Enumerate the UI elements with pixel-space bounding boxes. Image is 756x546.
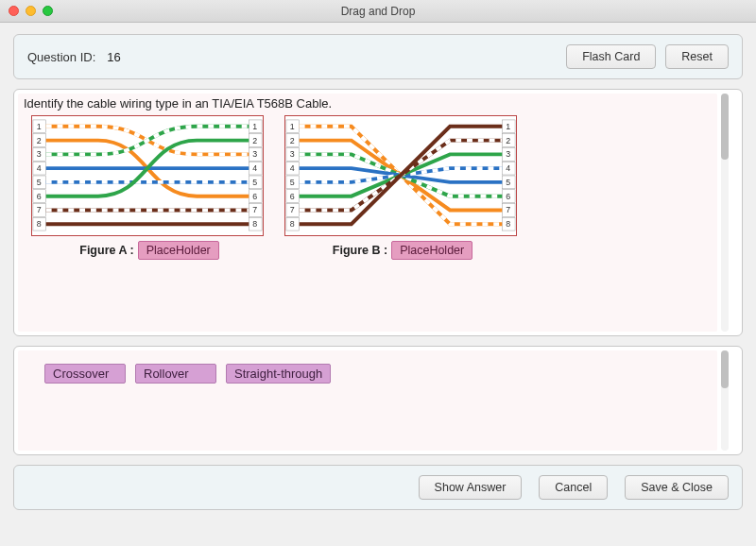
show-answer-button[interactable]: Show Answer: [419, 475, 523, 500]
svg-text:3: 3: [506, 149, 510, 159]
svg-text:6: 6: [37, 192, 42, 201]
choice-straight-through[interactable]: Straight-through: [226, 364, 331, 384]
window-title: Drag and Drop: [341, 5, 416, 18]
answers-area: Crossover Rollover Straight-through: [18, 350, 717, 451]
choice-rollover[interactable]: Rollover: [135, 364, 216, 384]
svg-text:3: 3: [252, 149, 257, 159]
svg-text:5: 5: [290, 178, 295, 187]
svg-text:8: 8: [252, 219, 257, 229]
zoom-icon[interactable]: [43, 6, 53, 16]
svg-text:4: 4: [252, 163, 257, 173]
question-scrollbar-thumb[interactable]: [721, 94, 729, 160]
svg-text:7: 7: [252, 205, 257, 214]
footer-panel: Show Answer Cancel Save & Close: [13, 465, 743, 510]
figures-row: 1 2 3 4 5 6 7 8: [18, 111, 717, 260]
svg-text:3: 3: [290, 149, 295, 159]
figure-b-label-row: Figure B : PlaceHolder: [284, 236, 521, 260]
svg-text:6: 6: [506, 192, 510, 201]
svg-text:2: 2: [290, 136, 295, 145]
header-panel: Question ID: 16 Flash Card Reset: [13, 34, 743, 79]
figure-b-label: Figure B :: [333, 244, 387, 257]
window-body: Question ID: 16 Flash Card Reset Identif…: [0, 23, 756, 546]
svg-text:6: 6: [252, 192, 257, 201]
figure-a-drop-target[interactable]: PlaceHolder: [138, 241, 219, 260]
svg-text:5: 5: [506, 178, 510, 187]
answers-scrollbar-thumb[interactable]: [721, 350, 729, 388]
answers-panel: Crossover Rollover Straight-through: [13, 346, 743, 455]
question-id-label: Question ID:: [27, 50, 95, 64]
figure-b-drop-target[interactable]: PlaceHolder: [391, 241, 472, 260]
svg-text:3: 3: [37, 149, 42, 159]
window-controls: [0, 6, 53, 16]
svg-text:4: 4: [290, 163, 295, 173]
figure-a: 1 2 3 4 5 6 7 8: [31, 115, 267, 260]
figure-a-label-row: Figure A : PlaceHolder: [31, 236, 267, 260]
cancel-button[interactable]: Cancel: [539, 475, 608, 500]
svg-text:8: 8: [37, 219, 42, 229]
flash-card-button[interactable]: Flash Card: [566, 44, 656, 69]
svg-text:4: 4: [37, 163, 42, 173]
svg-text:4: 4: [506, 163, 510, 173]
question-scrollbar[interactable]: [721, 94, 729, 332]
svg-text:1: 1: [37, 122, 42, 131]
question-prompt: Identify the cable wiring type in an TIA…: [18, 94, 717, 111]
header-actions: Flash Card Reset: [566, 44, 729, 69]
svg-text:7: 7: [37, 205, 42, 214]
svg-text:1: 1: [506, 122, 510, 131]
svg-text:5: 5: [37, 178, 42, 187]
figure-b-diagram: 1 2 3 4 5 6 7 8: [284, 115, 517, 236]
question-content: Identify the cable wiring type in an TIA…: [18, 94, 717, 332]
svg-text:6: 6: [290, 192, 295, 201]
minimize-icon[interactable]: [26, 6, 36, 16]
svg-text:2: 2: [252, 136, 257, 145]
pins-right: 1 2 3 4 5 6 7 8: [249, 120, 262, 230]
save-close-button[interactable]: Save & Close: [625, 475, 729, 500]
svg-text:5: 5: [252, 178, 257, 187]
title-bar: Drag and Drop: [0, 0, 756, 23]
reset-button[interactable]: Reset: [665, 44, 729, 69]
svg-text:2: 2: [506, 136, 510, 145]
svg-text:8: 8: [506, 219, 510, 229]
svg-text:1: 1: [252, 122, 257, 131]
svg-text:8: 8: [290, 219, 295, 229]
svg-text:7: 7: [290, 205, 295, 214]
question-panel: Identify the cable wiring type in an TIA…: [13, 89, 743, 336]
choice-crossover[interactable]: Crossover: [44, 364, 126, 384]
answers-scrollbar[interactable]: [721, 350, 729, 451]
svg-text:1: 1: [290, 122, 295, 131]
figure-b: 1 2 3 4 5 6 7 8: [284, 115, 521, 260]
question-id-value: 16: [107, 50, 120, 64]
svg-text:7: 7: [506, 205, 510, 214]
figure-a-diagram: 1 2 3 4 5 6 7 8: [31, 115, 264, 236]
svg-text:2: 2: [37, 136, 42, 145]
pins-left: 1 2 3 4 5 6 7 8: [33, 120, 46, 230]
close-icon[interactable]: [9, 6, 19, 16]
figure-a-label: Figure A :: [79, 244, 133, 257]
